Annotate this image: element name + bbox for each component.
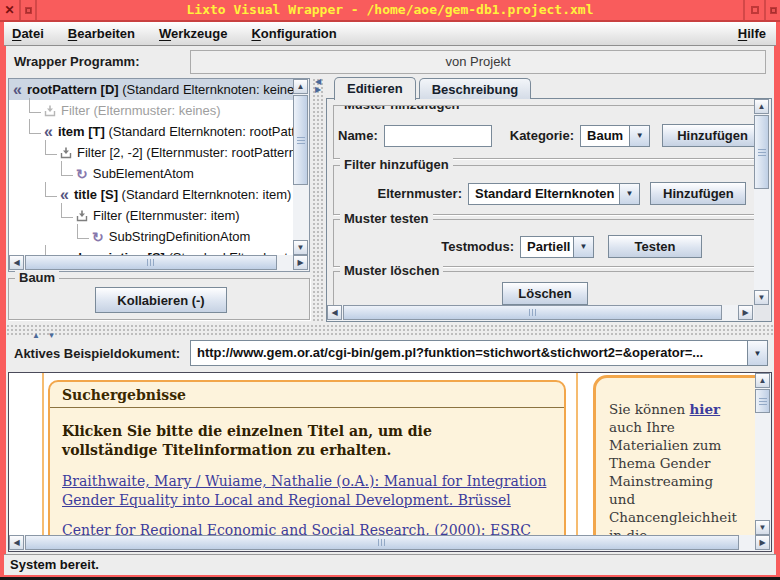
tree-vertical-scrollbar[interactable]: ▲ ▼ <box>293 79 309 255</box>
scroll-up-icon[interactable]: ▲ <box>293 79 308 94</box>
window-title: Lixto Visual Wrapper - /home/aoe/gem-db1… <box>37 0 743 20</box>
tree-connector <box>61 161 73 176</box>
pattern-name-input[interactable] <box>384 125 492 147</box>
delete-pattern-group: Muster löschen Löschen <box>333 271 757 309</box>
chevron-down-icon[interactable]: ▼ <box>619 184 639 204</box>
chevron-down-icon[interactable]: ▼ <box>747 341 767 365</box>
baum-group: Baum Kollabieren (-) <box>8 278 310 320</box>
menu-hilfe[interactable]: Hilfe <box>738 26 766 41</box>
tree-hscroll-thumb[interactable] <box>25 255 277 270</box>
browser-hscroll-thumb[interactable] <box>25 535 739 550</box>
tree-connector <box>45 140 57 155</box>
tree-item[interactable]: «title [S] (Standard Elternknoten: item) <box>9 184 293 205</box>
vertical-splitter[interactable]: ◀ ▶ <box>312 78 324 322</box>
tree-item[interactable]: Filter [2, -2] (Elternmuster: rootPatter… <box>9 142 293 163</box>
scroll-down-icon[interactable]: ▼ <box>293 240 308 255</box>
tree-item-label: SubStringDefinitionAtom <box>109 229 251 244</box>
pattern-tree: «rootPattern [D] (Standard Elternknoten:… <box>8 78 310 272</box>
hier-link[interactable]: hier <box>690 401 721 417</box>
result-link[interactable]: Braithwaite, Mary / Wuiame, Nathalie (o.… <box>62 472 552 510</box>
tree-item[interactable]: «item [T] (Standard Elternknoten: rootPa… <box>9 121 293 142</box>
result-link[interactable]: Center for Regional Economic and Social … <box>62 521 552 535</box>
pane-hscroll-thumb[interactable] <box>343 305 722 320</box>
collapse-button[interactable]: Kollabieren (-) <box>95 287 227 313</box>
add-filter-title: Filter hinzufügen <box>340 158 453 172</box>
category-label: Kategorie: <box>510 128 574 143</box>
materials-sidebar-box: Sie können hier auch Ihre Materialien zu… <box>593 375 755 535</box>
tree-item-label: Filter (Elternmuster: keines) <box>61 103 221 118</box>
search-results-box: Suchergebnisse Klicken Sie bitte die ein… <box>48 380 566 535</box>
tree-item[interactable]: Filter (Elternmuster: keines) <box>9 100 293 121</box>
tree-horizontal-scrollbar[interactable]: ◀ ▶ <box>9 255 309 271</box>
browser-horizontal-scrollbar[interactable]: ◀ ▶ <box>9 535 771 551</box>
wrapper-program-field: von Projekt <box>190 50 766 74</box>
scroll-up-icon[interactable]: ▲ <box>754 99 769 114</box>
chevron-down-icon[interactable]: ▼ <box>573 237 593 257</box>
window-close-icon[interactable]: ✕ <box>0 0 21 20</box>
parent-pattern-combobox[interactable]: Standard Elternknoten ▼ <box>468 183 640 205</box>
splitter-up-icon[interactable]: ▲ <box>32 332 40 340</box>
tree-item[interactable]: «description [S] (Standard Elternknoten <box>9 247 293 255</box>
menu-werkzeuge[interactable]: Werkzeuge <box>159 26 227 41</box>
add-pattern-group: Muster hinzufügen Name: Kategorie: Baum … <box>333 105 757 159</box>
pane-vscroll-thumb[interactable] <box>754 115 769 189</box>
tab-editieren[interactable]: Editieren <box>334 77 416 100</box>
pane-vertical-scrollbar[interactable]: ▲ ▼ <box>754 99 770 305</box>
baum-group-title: Baum <box>15 271 59 285</box>
menubar: DateiBearbeitenWerkzeugeKonfiguration Hi… <box>4 22 776 46</box>
scroll-left-icon[interactable]: ◀ <box>9 255 24 270</box>
scroll-up-icon[interactable]: ▲ <box>755 373 770 388</box>
tree-connector <box>77 224 89 239</box>
scroll-right-icon[interactable]: ▶ <box>293 255 308 270</box>
splitter-right-icon[interactable]: ▶ <box>312 86 324 94</box>
scroll-left-icon[interactable]: ◀ <box>9 535 24 550</box>
window-resize-icon[interactable] <box>764 0 780 20</box>
document-url-combobox[interactable]: http://www.gem.or.at/cgi-bin/gem.pl?funk… <box>190 340 768 366</box>
browser-vscroll-thumb[interactable] <box>755 389 770 413</box>
tab-beschreibung[interactable]: Beschreibung <box>419 78 532 99</box>
scroll-right-icon[interactable]: ▶ <box>755 535 770 550</box>
tree-vscroll-thumb[interactable] <box>293 95 308 185</box>
document-url-value: http://www.gem.or.at/cgi-bin/gem.pl?funk… <box>191 341 747 365</box>
filter-icon <box>60 147 72 159</box>
tree-connector <box>29 98 41 113</box>
window-titlebar: ✕ Lixto Visual Wrapper - /home/aoe/gem-d… <box>0 0 780 22</box>
tree-item[interactable]: ↻SubElementAtom <box>9 163 293 184</box>
test-button[interactable]: Testen <box>608 235 702 258</box>
tree-item[interactable]: Filter (Elternmuster: item) <box>9 205 293 226</box>
atom-icon: ↻ <box>76 169 88 179</box>
scroll-right-icon[interactable]: ▶ <box>738 305 753 320</box>
pane-horizontal-scrollbar[interactable]: ◀ ▶ <box>327 305 754 321</box>
tree-item[interactable]: ↻SubStringDefinitionAtom <box>9 226 293 247</box>
results-heading: Suchergebnisse <box>50 382 564 408</box>
horizontal-splitter[interactable]: ▲ ▼ <box>6 324 774 336</box>
pattern-icon: « <box>60 190 69 200</box>
window-maximize-icon[interactable] <box>743 0 764 20</box>
tree-item-label: rootPattern [D] (Standard Elternknoten: … <box>27 82 293 97</box>
delete-button[interactable]: Löschen <box>502 282 588 305</box>
category-combobox[interactable]: Baum ▼ <box>580 125 650 147</box>
menu-bearbeiten[interactable]: Bearbeiten <box>68 26 135 41</box>
add-filter-button[interactable]: Hinzufügen <box>650 182 746 205</box>
editor-tab-panel: Editieren Beschreibung Muster hinzufügen… <box>326 78 772 322</box>
browser-vertical-scrollbar[interactable]: ▲ ▼ <box>755 373 771 535</box>
active-document-label: Aktives Beispieldokument: <box>14 346 180 361</box>
tree-viewport[interactable]: «rootPattern [D] (Standard Elternknoten:… <box>9 79 293 255</box>
add-pattern-button[interactable]: Hinzufügen <box>662 124 757 147</box>
splitter-down-icon[interactable]: ▼ <box>47 332 55 340</box>
scroll-down-icon[interactable]: ▼ <box>755 520 770 535</box>
main-panel: Wrapper Programm: von Projekt «rootPatte… <box>6 46 774 554</box>
window-iconify-icon[interactable] <box>21 0 37 20</box>
tree-connector <box>45 245 57 255</box>
scroll-down-icon[interactable]: ▼ <box>754 290 769 305</box>
category-value: Baum <box>581 126 629 146</box>
chevron-down-icon[interactable]: ▼ <box>629 126 649 146</box>
menu-datei[interactable]: Datei <box>12 26 44 41</box>
tree-item-label: Filter (Elternmuster: item) <box>93 208 240 223</box>
tree-item[interactable]: «rootPattern [D] (Standard Elternknoten:… <box>9 79 293 100</box>
scroll-left-icon[interactable]: ◀ <box>327 305 342 320</box>
testmode-combobox[interactable]: Partiell ▼ <box>520 236 594 258</box>
pattern-icon: « <box>13 85 22 95</box>
parent-pattern-value: Standard Elternknoten <box>469 184 619 204</box>
menu-konfiguration[interactable]: Konfiguration <box>251 26 336 41</box>
